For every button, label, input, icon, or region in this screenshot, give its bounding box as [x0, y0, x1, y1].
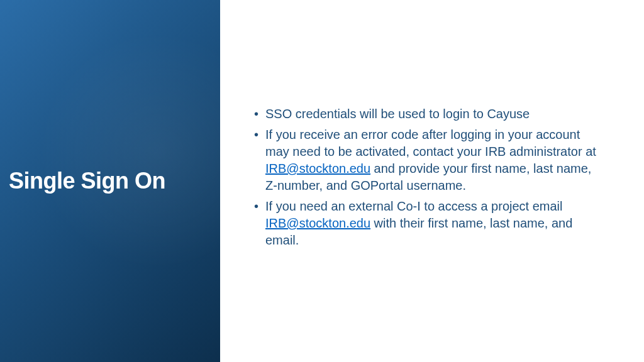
email-link[interactable]: IRB@stockton.edu: [265, 216, 370, 230]
list-item: If you need an external Co-I to access a…: [252, 198, 606, 249]
slide-title: Single Sign On: [0, 168, 165, 194]
bullet-text-prefix: If you receive an error code after loggi…: [265, 128, 596, 158]
bullet-list: SSO credentials will be used to login to…: [252, 106, 606, 249]
list-item: SSO credentials will be used to login to…: [252, 106, 606, 123]
bullet-text: SSO credentials will be used to login to…: [265, 107, 530, 121]
bullet-text-prefix: If you need an external Co-I to access a…: [265, 199, 562, 213]
email-link[interactable]: IRB@stockton.edu: [265, 162, 370, 175]
title-panel: Single Sign On: [0, 0, 220, 362]
list-item: If you receive an error code after loggi…: [252, 126, 606, 194]
content-panel: SSO credentials will be used to login to…: [220, 0, 644, 362]
